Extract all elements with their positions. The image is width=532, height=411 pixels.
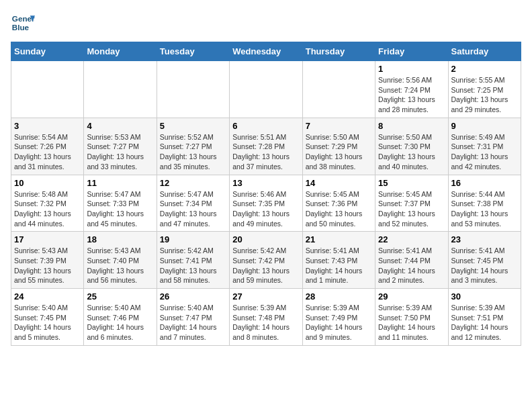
day-info-line: Sunrise: 5:46 AM — [232, 189, 299, 199]
day-info-line: Sunrise: 5:41 AM — [378, 246, 445, 256]
calendar-cell: 11Sunrise: 5:47 AMSunset: 7:33 PMDayligh… — [84, 175, 157, 232]
weekday-header-wednesday: Wednesday — [230, 42, 302, 61]
day-number: 24 — [14, 291, 81, 302]
day-number: 28 — [306, 291, 372, 302]
day-info-line: Daylight: 14 hours and 7 minutes. — [160, 322, 226, 342]
day-info-line: Sunrise: 5:48 AM — [14, 189, 81, 199]
day-info-line: Sunset: 7:25 PM — [451, 85, 518, 95]
day-info-line: Daylight: 13 hours and 31 minutes. — [14, 152, 81, 171]
day-info-line: Sunset: 7:26 PM — [14, 142, 81, 152]
day-info-line: Daylight: 14 hours and 8 minutes. — [232, 322, 299, 342]
day-number: 13 — [232, 178, 299, 188]
day-info-line: Daylight: 13 hours and 44 minutes. — [14, 209, 81, 228]
day-info-line: Daylight: 13 hours and 33 minutes. — [87, 152, 153, 171]
calendar-cell: 20Sunrise: 5:42 AMSunset: 7:42 PMDayligh… — [230, 232, 302, 289]
day-info-line: Daylight: 13 hours and 29 minutes. — [451, 95, 518, 114]
day-number: 20 — [232, 234, 299, 244]
day-number: 10 — [14, 178, 81, 188]
weekday-header-row: SundayMondayTuesdayWednesdayThursdayFrid… — [11, 42, 521, 61]
day-info-line: Sunrise: 5:53 AM — [87, 132, 153, 142]
calendar-cell: 7Sunrise: 5:50 AMSunset: 7:29 PMDaylight… — [302, 118, 375, 175]
day-info-line: Sunrise: 5:45 AM — [306, 189, 372, 199]
day-info-line: Daylight: 13 hours and 38 minutes. — [306, 152, 372, 171]
day-number: 8 — [378, 121, 445, 131]
day-info-line: Daylight: 13 hours and 49 minutes. — [232, 209, 299, 228]
day-info-line: Sunset: 7:31 PM — [451, 142, 518, 152]
calendar-table: SundayMondayTuesdayWednesdayThursdayFrid… — [11, 42, 521, 346]
day-info-line: Sunset: 7:50 PM — [378, 313, 445, 323]
calendar-cell: 9Sunrise: 5:49 AMSunset: 7:31 PMDaylight… — [448, 118, 521, 175]
day-info-line: Daylight: 13 hours and 50 minutes. — [306, 209, 372, 228]
calendar-cell: 25Sunrise: 5:40 AMSunset: 7:46 PMDayligh… — [84, 289, 157, 346]
day-info-line: Sunset: 7:24 PM — [378, 85, 445, 95]
day-number: 22 — [378, 234, 445, 244]
day-info-line: Sunset: 7:36 PM — [306, 199, 372, 209]
day-info-line: Daylight: 14 hours and 11 minutes. — [378, 322, 445, 342]
calendar-week-row: 10Sunrise: 5:48 AMSunset: 7:32 PMDayligh… — [11, 175, 521, 232]
day-info-line: Sunrise: 5:39 AM — [306, 303, 372, 313]
day-number: 29 — [378, 291, 445, 302]
day-number: 5 — [160, 121, 226, 131]
weekday-header-saturday: Saturday — [448, 42, 521, 61]
calendar-cell — [230, 61, 302, 118]
day-info-line: Daylight: 13 hours and 53 minutes. — [451, 209, 518, 228]
svg-text:Blue: Blue — [12, 23, 30, 32]
day-number: 17 — [14, 234, 81, 244]
calendar-week-row: 3Sunrise: 5:54 AMSunset: 7:26 PMDaylight… — [11, 118, 521, 175]
calendar-cell — [157, 61, 229, 118]
day-info-line: Sunset: 7:48 PM — [232, 313, 299, 323]
calendar-week-row: 1Sunrise: 5:56 AMSunset: 7:24 PMDaylight… — [11, 61, 521, 118]
day-info-line: Daylight: 13 hours and 40 minutes. — [378, 152, 445, 171]
day-number: 1 — [378, 64, 445, 74]
day-info-line: Sunrise: 5:42 AM — [160, 246, 226, 256]
calendar-cell: 22Sunrise: 5:41 AMSunset: 7:44 PMDayligh… — [375, 232, 448, 289]
weekday-header-sunday: Sunday — [11, 42, 84, 61]
day-info-line: Sunrise: 5:56 AM — [378, 75, 445, 85]
day-info-line: Sunset: 7:29 PM — [306, 142, 372, 152]
day-info-line: Sunset: 7:27 PM — [87, 142, 153, 152]
day-number: 15 — [378, 178, 445, 188]
day-number: 6 — [232, 121, 299, 131]
day-info-line: Sunset: 7:42 PM — [232, 256, 299, 266]
calendar-week-row: 17Sunrise: 5:43 AMSunset: 7:39 PMDayligh… — [11, 232, 521, 289]
day-number: 2 — [451, 64, 518, 74]
day-info-line: Sunset: 7:45 PM — [451, 256, 518, 266]
calendar-cell: 3Sunrise: 5:54 AMSunset: 7:26 PMDaylight… — [11, 118, 84, 175]
day-info-line: Sunrise: 5:40 AM — [14, 303, 81, 313]
weekday-header-monday: Monday — [84, 42, 157, 61]
calendar-cell: 30Sunrise: 5:39 AMSunset: 7:51 PMDayligh… — [448, 289, 521, 346]
day-info-line: Sunrise: 5:40 AM — [87, 303, 153, 313]
day-info-line: Sunset: 7:37 PM — [378, 199, 445, 209]
day-info-line: Daylight: 13 hours and 45 minutes. — [87, 209, 153, 228]
calendar-cell: 15Sunrise: 5:45 AMSunset: 7:37 PMDayligh… — [375, 175, 448, 232]
day-info-line: Sunset: 7:33 PM — [87, 199, 153, 209]
day-number: 16 — [451, 178, 518, 188]
day-info-line: Sunset: 7:47 PM — [160, 313, 226, 323]
day-info-line: Sunrise: 5:40 AM — [160, 303, 226, 313]
calendar-cell: 13Sunrise: 5:46 AMSunset: 7:35 PMDayligh… — [230, 175, 302, 232]
day-number: 4 — [87, 121, 153, 131]
day-info-line: Sunrise: 5:50 AM — [378, 132, 445, 142]
calendar-cell: 24Sunrise: 5:40 AMSunset: 7:45 PMDayligh… — [11, 289, 84, 346]
weekday-header-thursday: Thursday — [302, 42, 375, 61]
calendar-cell: 10Sunrise: 5:48 AMSunset: 7:32 PMDayligh… — [11, 175, 84, 232]
calendar-cell: 5Sunrise: 5:52 AMSunset: 7:27 PMDaylight… — [157, 118, 229, 175]
day-info-line: Sunrise: 5:41 AM — [306, 246, 372, 256]
day-info-line: Daylight: 13 hours and 47 minutes. — [160, 209, 226, 228]
day-info-line: Daylight: 13 hours and 56 minutes. — [87, 266, 153, 285]
day-info-line: Daylight: 13 hours and 55 minutes. — [14, 266, 81, 285]
day-info-line: Sunset: 7:45 PM — [14, 313, 81, 323]
day-number: 7 — [306, 121, 372, 131]
calendar-cell: 6Sunrise: 5:51 AMSunset: 7:28 PMDaylight… — [230, 118, 302, 175]
calendar-cell: 8Sunrise: 5:50 AMSunset: 7:30 PMDaylight… — [375, 118, 448, 175]
day-info-line: Daylight: 13 hours and 35 minutes. — [160, 152, 226, 171]
day-info-line: Daylight: 14 hours and 5 minutes. — [14, 322, 81, 342]
day-info-line: Sunrise: 5:39 AM — [451, 303, 518, 313]
day-number: 19 — [160, 234, 226, 244]
day-info-line: Sunrise: 5:43 AM — [14, 246, 81, 256]
calendar-cell: 4Sunrise: 5:53 AMSunset: 7:27 PMDaylight… — [84, 118, 157, 175]
day-number: 3 — [14, 121, 81, 131]
day-number: 25 — [87, 291, 153, 302]
day-info-line: Sunset: 7:27 PM — [160, 142, 226, 152]
day-info-line: Daylight: 14 hours and 3 minutes. — [451, 266, 518, 285]
